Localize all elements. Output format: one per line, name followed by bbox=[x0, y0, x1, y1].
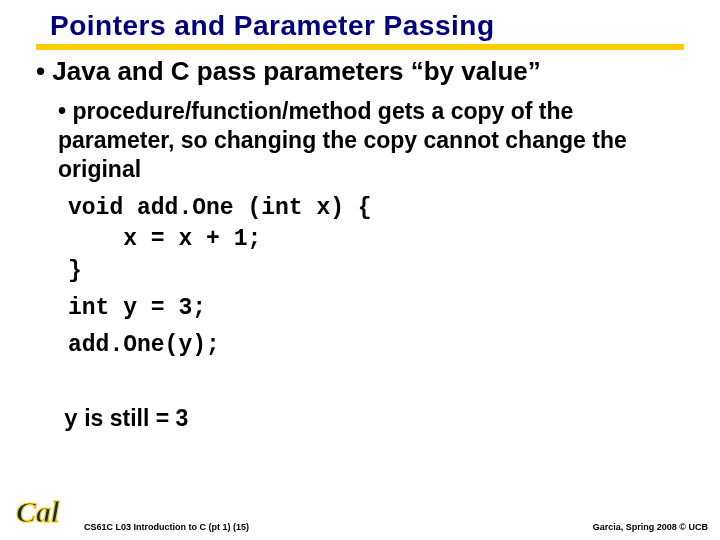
footer-left: CS61C L03 Introduction to C (pt 1) (15) bbox=[84, 522, 249, 532]
code-block-3: add.One(y); bbox=[68, 330, 684, 361]
bullet-level2: • procedure/function/method gets a copy … bbox=[58, 97, 684, 183]
footer-right: Garcia, Spring 2008 © UCB bbox=[593, 522, 708, 532]
result-text: is still = 3 bbox=[78, 405, 189, 431]
code-block-2: int y = 3; bbox=[68, 293, 684, 324]
code-block-1: void add.One (int x) { x = x + 1; } bbox=[68, 193, 684, 286]
bullet-level1: • Java and C pass parameters “by value” bbox=[36, 56, 684, 87]
result-variable: y bbox=[64, 407, 78, 433]
slide-title: Pointers and Parameter Passing bbox=[50, 10, 720, 42]
result-line: y is still = 3 bbox=[64, 405, 684, 433]
